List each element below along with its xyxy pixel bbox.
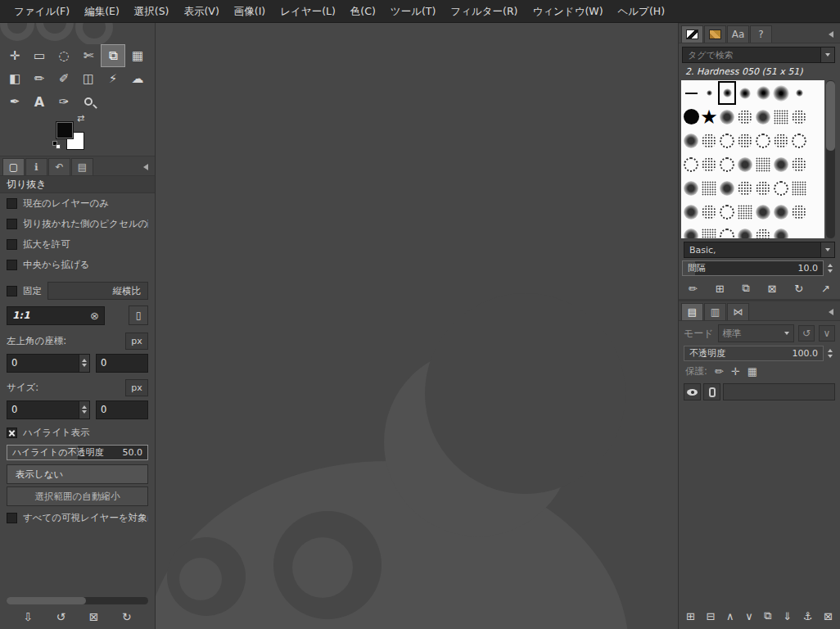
- brush-thumbnail[interactable]: [718, 152, 736, 176]
- autoshrink-button[interactable]: 選択範囲の自動縮小: [7, 486, 148, 506]
- brush-thumbnail[interactable]: [754, 81, 772, 105]
- brush-thumbnail[interactable]: [682, 152, 700, 176]
- spacing-spinner-arrows[interactable]: [825, 264, 835, 273]
- menu-colors[interactable]: 色(C): [343, 0, 383, 23]
- layer-list-row[interactable]: [679, 380, 840, 400]
- foreground-color-swatch[interactable]: [56, 121, 74, 139]
- clear-icon[interactable]: ⊗: [90, 310, 99, 322]
- brush-thumbnail[interactable]: [754, 152, 772, 176]
- layer-link-toggle[interactable]: [703, 383, 720, 400]
- brush-thumbnail[interactable]: [736, 81, 754, 105]
- menu-help[interactable]: ヘルプ(H): [611, 0, 673, 23]
- delete-tool-preset-button[interactable]: ⊠: [89, 610, 99, 623]
- brush-preset-combo[interactable]: Basic,: [684, 242, 835, 258]
- checkbox[interactable]: [7, 260, 17, 270]
- free-select-tool-button[interactable]: ◌: [52, 44, 76, 67]
- dock-menu-button[interactable]: [139, 161, 152, 174]
- menu-windows[interactable]: ウィンドウ(W): [525, 0, 610, 23]
- brush-thumbnail[interactable]: [736, 200, 754, 224]
- guides-dropdown[interactable]: 表示しない: [7, 464, 148, 484]
- tab-channels[interactable]: ▥: [704, 303, 726, 320]
- open-brush-as-image-button[interactable]: ↗: [821, 283, 830, 295]
- menu-view[interactable]: 表示(V): [176, 0, 226, 23]
- wilber-drag-handle[interactable]: [0, 23, 155, 44]
- layer-opacity-slider[interactable]: 不透明度 100.0: [684, 346, 824, 361]
- edit-brush-button[interactable]: ✏: [689, 283, 698, 295]
- layer-mode-combo[interactable]: 標準: [718, 324, 794, 342]
- scrollbar-handle[interactable]: [7, 597, 86, 604]
- lock-pixels-button[interactable]: ✏: [715, 365, 724, 378]
- refresh-brushes-button[interactable]: ↻: [794, 283, 803, 295]
- brush-thumbnail[interactable]: [700, 224, 718, 238]
- checkbox[interactable]: [7, 219, 17, 229]
- brush-tag-search[interactable]: タグで検索: [682, 47, 835, 63]
- option-expand-from-center[interactable]: 中央から拡げる: [0, 255, 155, 275]
- paths-tool-button[interactable]: ✒: [2, 90, 27, 113]
- brush-thumbnail[interactable]: [736, 105, 754, 129]
- layer-visibility-toggle[interactable]: [684, 383, 701, 400]
- brush-thumbnail[interactable]: [718, 176, 736, 200]
- brush-thumbnail[interactable]: [790, 129, 808, 152]
- menu-filters[interactable]: フィルター(R): [443, 0, 525, 23]
- menu-edit[interactable]: 編集(E): [77, 0, 127, 23]
- size-unit-button[interactable]: px: [125, 379, 148, 396]
- tab-help[interactable]: ?: [750, 25, 772, 43]
- tab-undo-history[interactable]: ↶: [48, 158, 70, 175]
- duplicate-brush-button[interactable]: ⧉: [742, 282, 749, 295]
- brush-thumbnail[interactable]: [736, 129, 754, 152]
- dock-menu-button[interactable]: [824, 28, 838, 41]
- scrollbar-handle[interactable]: [826, 81, 835, 151]
- brush-thumbnail[interactable]: [772, 129, 790, 152]
- brush-thumbnail[interactable]: [772, 200, 790, 224]
- brush-thumbnail[interactable]: [700, 81, 718, 105]
- delete-brush-button[interactable]: ⊠: [768, 283, 777, 295]
- delete-layer-button[interactable]: ⊠: [824, 610, 833, 622]
- brush-thumbnail[interactable]: [718, 105, 736, 129]
- brush-thumbnail[interactable]: [700, 129, 718, 152]
- brush-thumbnail[interactable]: [754, 224, 772, 238]
- tab-images[interactable]: ▤: [71, 158, 93, 175]
- brush-grid-scrollbar[interactable]: [826, 80, 835, 238]
- new-brush-button[interactable]: ⊞: [716, 283, 725, 295]
- lock-alpha-button[interactable]: ▦: [747, 365, 757, 378]
- crop-tool-button[interactable]: ⧉: [101, 44, 125, 67]
- mode-switch-button[interactable]: ↺: [798, 325, 815, 342]
- new-layer-button[interactable]: ⊞: [686, 610, 695, 622]
- option-highlight[interactable]: ハイライト表示: [0, 423, 155, 443]
- mode-menu-button[interactable]: ∨: [819, 325, 835, 342]
- menu-tools[interactable]: ツール(T): [383, 0, 443, 23]
- position-y-spinner[interactable]: 0: [96, 354, 148, 373]
- aspect-ratio-input[interactable]: 1:1 ⊗: [7, 306, 105, 325]
- brush-thumbnail[interactable]: [718, 129, 736, 152]
- default-colors-button[interactable]: [52, 141, 61, 149]
- brush-thumbnail[interactable]: [754, 129, 772, 152]
- brush-thumbnail[interactable]: [790, 81, 808, 105]
- pencil-tool-button[interactable]: ✏: [27, 67, 52, 90]
- airbrush-tool-button[interactable]: ⚡: [101, 67, 125, 90]
- brush-thumbnail[interactable]: [736, 152, 754, 176]
- combo-arrow-button[interactable]: [820, 242, 834, 257]
- tab-fonts[interactable]: Aa: [727, 25, 749, 43]
- brush-spacing-slider[interactable]: 間隔 10.0: [682, 260, 824, 276]
- menu-image[interactable]: 画像(I): [227, 0, 273, 23]
- portrait-orientation-button[interactable]: ▯: [129, 305, 148, 325]
- combo-arrow-button[interactable]: [820, 48, 834, 62]
- shrink-merged-checkbox[interactable]: [7, 513, 17, 523]
- brush-thumbnail[interactable]: [772, 224, 790, 238]
- paintbrush-tool-button[interactable]: ✐: [52, 67, 76, 90]
- spinner-arrows[interactable]: [79, 401, 89, 419]
- tool-options-scrollbar[interactable]: [7, 597, 148, 604]
- brush-thumbnail[interactable]: [682, 224, 700, 238]
- brush-thumbnail[interactable]: [682, 105, 700, 129]
- fixed-aspect-menu[interactable]: 縦横比: [47, 282, 148, 300]
- merge-layer-button[interactable]: ⇓: [783, 610, 792, 622]
- new-layer-group-button[interactable]: ⊟: [707, 610, 716, 622]
- position-unit-button[interactable]: px: [125, 333, 148, 350]
- spinner-arrows[interactable]: [79, 355, 89, 372]
- text-tool-button[interactable]: A: [27, 90, 52, 113]
- swap-colors-icon[interactable]: ⇄: [77, 113, 84, 124]
- brush-thumbnail[interactable]: [682, 129, 700, 152]
- reset-tool-options-button[interactable]: ↻: [122, 610, 132, 623]
- brush-thumbnail[interactable]: [700, 176, 718, 200]
- tab-patterns[interactable]: [704, 25, 726, 43]
